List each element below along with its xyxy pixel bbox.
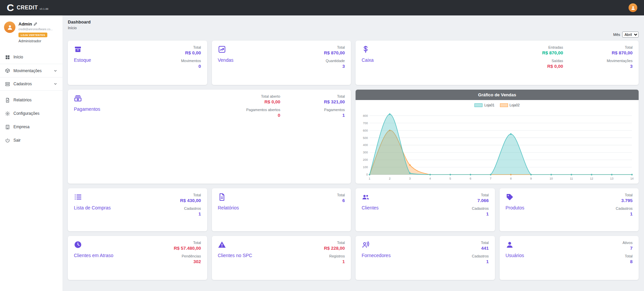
svg-text:6: 6	[470, 177, 471, 180]
stat-label: Total aberto	[261, 94, 280, 98]
stat-label: Total	[174, 241, 201, 245]
month-label: Mês	[613, 33, 620, 37]
card-produtos[interactable]: Produtos Total 3.795 Cadastros 1	[500, 188, 639, 231]
stat-value: 1	[472, 259, 489, 264]
legend-label: Loja01	[484, 103, 494, 107]
month-select[interactable]: Abril	[622, 32, 639, 38]
sidebar-item-label: Início	[13, 55, 23, 59]
month-filter: Mês Abril	[68, 31, 639, 38]
stat-value: 3.795	[621, 198, 633, 203]
stat-label: Cadastros	[616, 206, 633, 210]
chart-legend: Loja01 Loja02	[360, 103, 635, 107]
store-badge: LOJA VERTENTES	[18, 33, 47, 37]
card-relatorios[interactable]: Relatórios Total 6	[212, 188, 351, 231]
main-content: Dashboard Início Mês Abril Estoque Total…	[62, 15, 644, 291]
card-title: Pagamentos	[74, 106, 100, 112]
stat-label: Total	[180, 193, 201, 197]
stat-label: Cadastros	[472, 254, 489, 258]
stat-value: 7.066	[477, 198, 489, 203]
sales-chart-svg: 0100200300400500600700800123456789101112…	[360, 108, 635, 182]
sales-chart-icon	[218, 45, 234, 53]
sidebar-item-empresa[interactable]: Empresa	[0, 120, 62, 134]
card-title: Clientes	[362, 205, 379, 210]
card-fornecedores[interactable]: Fornecedores Total 441 Cadastros 1	[356, 236, 495, 280]
stat-label: Total	[337, 193, 345, 197]
card-title: Lista de Compras	[74, 205, 111, 210]
stat-value: R$ 870,00	[542, 50, 563, 55]
card-caixa[interactable]: Caixa Entradas R$ 870,00 Saídas R$ 0,00 …	[356, 41, 639, 85]
svg-text:100: 100	[363, 165, 368, 169]
sidebar-item-configuracoes[interactable]: Configurações	[0, 107, 62, 120]
card-clientes-no-spc[interactable]: Clientes no SPC Total R$ 228,00 Registro…	[212, 236, 351, 280]
stat-label: Total	[185, 45, 201, 49]
card-title: Usuários	[506, 253, 524, 258]
svg-text:0: 0	[366, 173, 368, 176]
chevron-down-icon	[53, 82, 57, 86]
stat-value: 0	[246, 113, 280, 118]
stat-value: 0	[181, 64, 201, 69]
stat-value: R$ 0,00	[547, 64, 563, 69]
payments-icon	[74, 94, 100, 102]
legend-item-loja01[interactable]: Loja01	[474, 103, 494, 107]
card-lista-de-compras[interactable]: Lista de Compras Total R$ 430,00 Cadastr…	[68, 188, 207, 231]
card-estoque[interactable]: Estoque Total R$ 0,00 Movimentos 0	[68, 41, 207, 85]
stat-label: Total	[621, 193, 633, 197]
sales-chart-panel: Gráfico de Vendas Loja01 Loja02 0100	[356, 90, 639, 184]
user-icon	[631, 5, 636, 10]
user-icon	[506, 241, 524, 249]
stat-label: Pendências	[182, 254, 201, 258]
stat-label: Quantidade	[326, 59, 345, 63]
stat-label: Cadastros	[472, 206, 489, 210]
card-vendas[interactable]: Vendas Total R$ 870,00 Quantidade 3	[212, 41, 351, 85]
user-avatar-button[interactable]	[629, 3, 637, 12]
sidebar-item-movimentacoes[interactable]: Movimentações	[0, 64, 62, 77]
list-icon	[74, 193, 111, 201]
inventory-icon	[74, 45, 91, 53]
stat-value: R$ 870,00	[324, 50, 345, 55]
svg-text:11: 11	[570, 177, 573, 180]
user-name: Admin	[18, 21, 32, 27]
stat-value: 1	[324, 113, 345, 118]
stat-label: Saídas	[547, 59, 563, 63]
card-title: Caixa	[362, 57, 374, 63]
svg-text:400: 400	[363, 143, 368, 147]
svg-text:600: 600	[363, 129, 368, 132]
stat-label: Registros	[329, 254, 345, 258]
legend-label: Loja02	[510, 103, 520, 107]
legend-item-loja02[interactable]: Loja02	[500, 103, 520, 107]
sidebar-item-cadastros[interactable]: Cadastros	[0, 77, 62, 91]
stat-value: R$ 0,00	[185, 50, 201, 55]
legend-swatch-loja01	[474, 103, 482, 107]
sidebar-avatar[interactable]	[4, 21, 15, 33]
card-clientes-em-atraso[interactable]: Clientes em Atraso Total R$ 57.480,00 Pe…	[68, 236, 207, 280]
stat-value: R$ 870,00	[612, 50, 633, 55]
stat-value: 8	[625, 259, 633, 264]
sidebar: Admin credit@anronsoftware.co... LOJA VE…	[0, 15, 62, 291]
card-usuarios[interactable]: Usuários Ativos 7 Total 8	[500, 236, 639, 280]
stat-value: 1	[472, 211, 489, 216]
stack-icon	[5, 82, 10, 87]
power-icon	[5, 138, 10, 143]
sidebar-item-inicio[interactable]: Início	[0, 50, 62, 64]
user-icon	[7, 24, 13, 31]
card-title: Clientes em Atraso	[74, 253, 113, 258]
sidebar-item-relatorios[interactable]: Relatórios	[0, 93, 62, 107]
card-clientes[interactable]: Clientes Total 7.066 Cadastros 1	[356, 188, 495, 231]
sidebar-item-sair[interactable]: Sair	[0, 134, 62, 147]
stat-label: Total	[481, 241, 489, 245]
sidebar-item-label: Sair	[13, 138, 20, 143]
stat-label: Total	[625, 254, 633, 258]
card-title: Vendas	[218, 57, 234, 63]
stat-label: Ativos	[623, 241, 633, 245]
stat-value: 3	[607, 64, 633, 69]
card-title: Relatórios	[218, 205, 239, 210]
stat-value: R$ 228,00	[324, 246, 345, 251]
stat-label: Total	[324, 241, 345, 245]
stat-value: 1	[616, 211, 633, 216]
card-pagamentos[interactable]: Pagamentos Total aberto R$ 0,00 Pagament…	[68, 90, 351, 184]
edit-profile-icon[interactable]	[34, 22, 37, 26]
svg-text:12: 12	[590, 177, 593, 180]
stat-value: R$ 57.480,00	[174, 246, 201, 251]
user-block: Admin credit@anronsoftware.co... LOJA VE…	[0, 15, 62, 47]
svg-text:700: 700	[363, 121, 368, 125]
